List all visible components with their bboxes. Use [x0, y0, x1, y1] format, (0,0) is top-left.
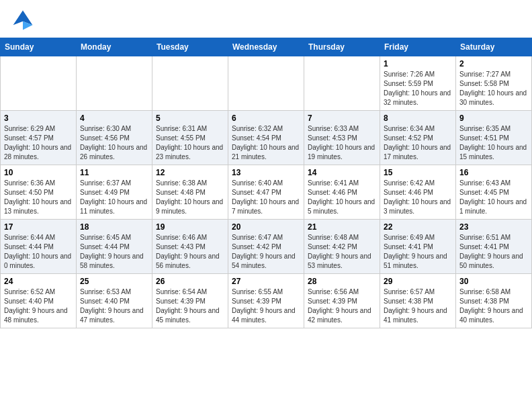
- week-row-1: 1Sunrise: 7:26 AMSunset: 5:59 PMDaylight…: [1, 56, 532, 111]
- day-info: Sunrise: 7:27 AMSunset: 5:58 PMDaylight:…: [459, 70, 528, 107]
- day-info: Sunrise: 6:57 AMSunset: 4:38 PMDaylight:…: [384, 287, 452, 325]
- day-number: 9: [459, 113, 528, 123]
- calendar-cell: [152, 56, 228, 111]
- calendar-cell: [228, 56, 304, 111]
- calendar-cell: 24Sunrise: 6:52 AMSunset: 4:40 PMDayligh…: [1, 274, 77, 328]
- calendar-cell: [1, 56, 77, 111]
- calendar-cell: [77, 56, 152, 111]
- calendar-cell: 29Sunrise: 6:57 AMSunset: 4:38 PMDayligh…: [380, 274, 456, 328]
- day-info: Sunrise: 6:38 AMSunset: 4:48 PMDaylight:…: [156, 179, 224, 216]
- weekday-header-tuesday: Tuesday: [152, 38, 228, 56]
- calendar-cell: 2Sunrise: 7:27 AMSunset: 5:58 PMDaylight…: [456, 56, 532, 111]
- day-number: 29: [384, 277, 452, 286]
- calendar-cell: 10Sunrise: 6:36 AMSunset: 4:50 PMDayligh…: [1, 165, 77, 220]
- day-info: Sunrise: 6:58 AMSunset: 4:38 PMDaylight:…: [459, 287, 528, 325]
- day-number: 27: [232, 277, 300, 286]
- day-info: Sunrise: 6:41 AMSunset: 4:46 PMDaylight:…: [308, 179, 376, 216]
- day-number: 21: [308, 222, 376, 232]
- calendar: SundayMondayTuesdayWednesdayThursdayFrid…: [0, 38, 532, 328]
- day-info: Sunrise: 6:45 AMSunset: 4:44 PMDaylight:…: [80, 233, 148, 271]
- calendar-cell: 26Sunrise: 6:54 AMSunset: 4:39 PMDayligh…: [152, 274, 228, 328]
- day-number: 3: [4, 113, 73, 123]
- calendar-cell: 25Sunrise: 6:53 AMSunset: 4:40 PMDayligh…: [77, 274, 152, 328]
- calendar-cell: 11Sunrise: 6:37 AMSunset: 4:49 PMDayligh…: [77, 165, 152, 220]
- week-row-2: 3Sunrise: 6:29 AMSunset: 4:57 PMDaylight…: [1, 111, 532, 165]
- day-info: Sunrise: 6:52 AMSunset: 4:40 PMDaylight:…: [4, 287, 73, 325]
- day-info: Sunrise: 6:56 AMSunset: 4:39 PMDaylight:…: [308, 287, 376, 325]
- day-number: 4: [80, 113, 148, 123]
- day-info: Sunrise: 6:44 AMSunset: 4:44 PMDaylight:…: [4, 233, 73, 271]
- week-row-3: 10Sunrise: 6:36 AMSunset: 4:50 PMDayligh…: [1, 165, 532, 220]
- day-info: Sunrise: 6:29 AMSunset: 4:57 PMDaylight:…: [4, 124, 73, 162]
- calendar-cell: 17Sunrise: 6:44 AMSunset: 4:44 PMDayligh…: [1, 220, 77, 274]
- calendar-cell: 4Sunrise: 6:30 AMSunset: 4:56 PMDaylight…: [77, 111, 152, 165]
- calendar-cell: 8Sunrise: 6:34 AMSunset: 4:52 PMDaylight…: [380, 111, 456, 165]
- calendar-cell: 27Sunrise: 6:55 AMSunset: 4:39 PMDayligh…: [228, 274, 304, 328]
- day-info: Sunrise: 6:31 AMSunset: 4:55 PMDaylight:…: [156, 124, 224, 162]
- day-info: Sunrise: 6:48 AMSunset: 4:42 PMDaylight:…: [308, 233, 376, 271]
- calendar-cell: 1Sunrise: 7:26 AMSunset: 5:59 PMDaylight…: [380, 56, 456, 111]
- week-row-4: 17Sunrise: 6:44 AMSunset: 4:44 PMDayligh…: [1, 220, 532, 274]
- day-info: Sunrise: 6:35 AMSunset: 4:51 PMDaylight:…: [459, 124, 528, 162]
- day-number: 18: [80, 222, 148, 232]
- day-info: Sunrise: 6:43 AMSunset: 4:45 PMDaylight:…: [459, 179, 528, 216]
- day-number: 11: [80, 168, 148, 177]
- calendar-cell: 14Sunrise: 6:41 AMSunset: 4:46 PMDayligh…: [304, 165, 380, 220]
- day-number: 15: [384, 168, 452, 177]
- calendar-cell: 19Sunrise: 6:46 AMSunset: 4:43 PMDayligh…: [152, 220, 228, 274]
- calendar-cell: 6Sunrise: 6:32 AMSunset: 4:54 PMDaylight…: [228, 111, 304, 165]
- day-number: 5: [156, 113, 224, 123]
- weekday-header-friday: Friday: [380, 38, 456, 56]
- day-info: Sunrise: 6:40 AMSunset: 4:47 PMDaylight:…: [232, 179, 300, 216]
- calendar-cell: 5Sunrise: 6:31 AMSunset: 4:55 PMDaylight…: [152, 111, 228, 165]
- day-info: Sunrise: 6:33 AMSunset: 4:53 PMDaylight:…: [308, 124, 376, 162]
- calendar-cell: 13Sunrise: 6:40 AMSunset: 4:47 PMDayligh…: [228, 165, 304, 220]
- day-info: Sunrise: 7:26 AMSunset: 5:59 PMDaylight:…: [384, 70, 452, 107]
- calendar-cell: 12Sunrise: 6:38 AMSunset: 4:48 PMDayligh…: [152, 165, 228, 220]
- day-info: Sunrise: 6:54 AMSunset: 4:39 PMDaylight:…: [156, 287, 224, 325]
- day-number: 26: [156, 277, 224, 286]
- week-row-5: 24Sunrise: 6:52 AMSunset: 4:40 PMDayligh…: [1, 274, 532, 328]
- weekday-header-thursday: Thursday: [304, 38, 380, 56]
- calendar-cell: 9Sunrise: 6:35 AMSunset: 4:51 PMDaylight…: [456, 111, 532, 165]
- calendar-cell: 15Sunrise: 6:42 AMSunset: 4:46 PMDayligh…: [380, 165, 456, 220]
- calendar-cell: 28Sunrise: 6:56 AMSunset: 4:39 PMDayligh…: [304, 274, 380, 328]
- calendar-cell: 18Sunrise: 6:45 AMSunset: 4:44 PMDayligh…: [77, 220, 152, 274]
- day-info: Sunrise: 6:51 AMSunset: 4:41 PMDaylight:…: [459, 233, 528, 271]
- day-info: Sunrise: 6:55 AMSunset: 4:39 PMDaylight:…: [232, 287, 300, 325]
- calendar-cell: 16Sunrise: 6:43 AMSunset: 4:45 PMDayligh…: [456, 165, 532, 220]
- day-info: Sunrise: 6:36 AMSunset: 4:50 PMDaylight:…: [4, 179, 73, 216]
- weekday-header-row: SundayMondayTuesdayWednesdayThursdayFrid…: [1, 38, 532, 56]
- calendar-cell: 22Sunrise: 6:49 AMSunset: 4:41 PMDayligh…: [380, 220, 456, 274]
- day-info: Sunrise: 6:46 AMSunset: 4:43 PMDaylight:…: [156, 233, 224, 271]
- day-number: 8: [384, 113, 452, 123]
- day-info: Sunrise: 6:47 AMSunset: 4:42 PMDaylight:…: [232, 233, 300, 271]
- calendar-cell: 23Sunrise: 6:51 AMSunset: 4:41 PMDayligh…: [456, 220, 532, 274]
- calendar-cell: 30Sunrise: 6:58 AMSunset: 4:38 PMDayligh…: [456, 274, 532, 328]
- weekday-header-wednesday: Wednesday: [228, 38, 304, 56]
- day-number: 16: [459, 168, 528, 177]
- calendar-cell: 3Sunrise: 6:29 AMSunset: 4:57 PMDaylight…: [1, 111, 77, 165]
- day-info: Sunrise: 6:37 AMSunset: 4:49 PMDaylight:…: [80, 179, 148, 216]
- day-info: Sunrise: 6:34 AMSunset: 4:52 PMDaylight:…: [384, 124, 452, 162]
- day-info: Sunrise: 6:32 AMSunset: 4:54 PMDaylight:…: [232, 124, 300, 162]
- calendar-cell: 20Sunrise: 6:47 AMSunset: 4:42 PMDayligh…: [228, 220, 304, 274]
- day-info: Sunrise: 6:42 AMSunset: 4:46 PMDaylight:…: [384, 179, 452, 216]
- weekday-header-monday: Monday: [77, 38, 152, 56]
- day-number: 1: [384, 59, 452, 68]
- day-number: 7: [308, 113, 376, 123]
- day-number: 14: [308, 168, 376, 177]
- page-header: [0, 0, 532, 38]
- day-number: 13: [232, 168, 300, 177]
- logo: [11, 8, 38, 32]
- day-info: Sunrise: 6:30 AMSunset: 4:56 PMDaylight:…: [80, 124, 148, 162]
- calendar-cell: [304, 56, 380, 111]
- logo-icon: [11, 8, 35, 32]
- weekday-header-sunday: Sunday: [1, 38, 77, 56]
- day-number: 25: [80, 277, 148, 286]
- calendar-cell: 7Sunrise: 6:33 AMSunset: 4:53 PMDaylight…: [304, 111, 380, 165]
- day-info: Sunrise: 6:49 AMSunset: 4:41 PMDaylight:…: [384, 233, 452, 271]
- day-number: 30: [459, 277, 528, 286]
- day-number: 17: [4, 222, 73, 232]
- day-number: 12: [156, 168, 224, 177]
